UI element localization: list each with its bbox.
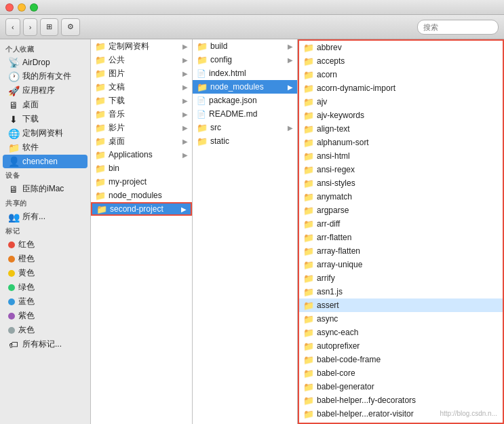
file-item[interactable]: 📁 babel-code-frame <box>299 353 503 366</box>
folder-icon: 📁 <box>303 260 314 270</box>
file-icon: 📄 <box>197 96 206 105</box>
sidebar-item-custom-network[interactable]: 🌐 定制网资料 <box>3 126 88 140</box>
file-item-zhuomian[interactable]: 📁 桌面 ▶ <box>91 134 192 148</box>
file-label: src <box>210 123 285 132</box>
file-item[interactable]: 📁 ansi-regex <box>299 163 503 176</box>
file-item-node-modules-2[interactable]: 📁 node_modules ▶ <box>193 80 297 94</box>
file-item-yinyue[interactable]: 📁 音乐 ▶ <box>91 107 192 121</box>
folder-icon: 📁 <box>197 41 208 52</box>
file-item[interactable]: 📁 async-each <box>299 326 503 339</box>
sidebar-item-label: 所有... <box>22 211 45 223</box>
file-item[interactable]: 📁 babel-generator <box>299 380 503 393</box>
file-label: assert <box>317 301 499 310</box>
file-label: package.json <box>209 96 293 105</box>
search-input[interactable] <box>417 20 499 35</box>
file-item[interactable]: 📁 ansi-html <box>299 149 503 163</box>
chevron-right-icon: ▶ <box>182 111 188 118</box>
file-item[interactable]: 📁 babel-helper...fy-decorators <box>299 393 503 407</box>
sidebar-item-tag-purple[interactable]: 紫色 <box>3 309 88 323</box>
file-item[interactable]: 📁 alphanum-sort <box>299 136 503 149</box>
sidebar-item-tag-gray[interactable]: 灰色 <box>3 323 88 337</box>
titlebar <box>0 0 504 15</box>
sidebar-item-all-tags[interactable]: 🏷 所有标记... <box>3 337 88 351</box>
close-button[interactable] <box>5 3 14 12</box>
sidebar-item-tag-green[interactable]: 绿色 <box>3 280 88 294</box>
folder-icon: 📁 <box>95 55 106 65</box>
shared-icon: 👥 <box>8 212 19 223</box>
sidebar-item-all-files[interactable]: 🕐 我的所有文件 <box>3 69 88 83</box>
folder-icon: 📁 <box>303 56 314 66</box>
file-item-yingpian[interactable]: 📁 影片 ▶ <box>91 121 192 134</box>
file-item-static[interactable]: 📁 static <box>193 134 297 148</box>
file-item-my-project[interactable]: 📁 my-project <box>91 175 192 189</box>
file-item[interactable]: 📁 ansi-styles <box>299 176 503 190</box>
file-item-second-project[interactable]: 📁 second-project ▶ <box>91 202 192 216</box>
file-item-tupian[interactable]: 📁 图片 ▶ <box>91 66 192 80</box>
file-label: abbrev <box>317 43 499 52</box>
file-item[interactable]: 📁 babel-core <box>299 366 503 380</box>
sidebar-item-downloads[interactable]: ⬇ 下载 <box>3 112 88 126</box>
file-item[interactable]: 📁 assert <box>299 298 503 312</box>
file-item-dingzhi[interactable]: 📁 定制网资料 ▶ <box>91 39 192 53</box>
sidebar-section-favorites: 个人收藏 <box>0 42 90 56</box>
view-button[interactable]: ⊞ <box>40 18 58 36</box>
file-item[interactable]: 📁 abbrev <box>299 41 503 54</box>
file-label: ansi-html <box>317 151 499 161</box>
file-item[interactable]: 📁 array-flatten <box>299 244 503 258</box>
file-label: 影片 <box>109 122 180 134</box>
sidebar-item-imac[interactable]: 🖥 臣陈的iMac <box>3 182 88 196</box>
sidebar-item-airdrop[interactable]: 📡 AirDrop <box>3 56 88 69</box>
file-item[interactable]: 📁 asn1.js <box>299 285 503 298</box>
file-item[interactable]: 📁 arr-flatten <box>299 231 503 244</box>
action-button[interactable]: ⚙ <box>61 18 80 36</box>
main-content: 个人收藏 📡 AirDrop 🕐 我的所有文件 🚀 应用程序 🖥 桌面 ⬇ 下载… <box>0 39 504 424</box>
file-item-xiazai[interactable]: 📁 下载 ▶ <box>91 94 192 107</box>
sidebar-item-all-shared[interactable]: 👥 所有... <box>3 210 88 224</box>
file-item-bin[interactable]: 📁 bin <box>91 161 192 175</box>
file-item-build[interactable]: 📁 build ▶ <box>193 39 297 53</box>
file-item-package-json[interactable]: 📄 package.json <box>193 94 297 107</box>
file-item-wengao[interactable]: 📁 文稿 ▶ <box>91 80 192 94</box>
folder-icon: 📁 <box>197 123 208 133</box>
file-item-node-modules-1[interactable]: 📁 node_modules <box>91 189 192 202</box>
sidebar-item-desktop[interactable]: 🖥 桌面 <box>3 98 88 112</box>
maximize-button[interactable] <box>30 3 38 12</box>
sidebar-item-chenchen[interactable]: 👤 chenchen <box>3 155 88 168</box>
file-item[interactable]: 📁 arrify <box>299 271 503 285</box>
sidebar-section-shared: 共享的 <box>0 196 90 210</box>
file-item[interactable]: 📁 babel-helper...erator-visitor <box>299 407 503 421</box>
sidebar-item-software[interactable]: 📁 软件 <box>3 140 88 155</box>
back-button[interactable]: ‹ <box>5 18 20 36</box>
file-item[interactable]: 📁 acorn <box>299 68 503 81</box>
file-item[interactable]: 📁 anymatch <box>299 190 503 204</box>
file-item[interactable]: 📁 align-text <box>299 122 503 136</box>
file-item-readme-md[interactable]: 📄 README.md <box>193 107 297 121</box>
file-item-config[interactable]: 📁 config ▶ <box>193 53 297 66</box>
file-item[interactable]: 📁 ajv <box>299 95 503 109</box>
sidebar-item-tag-blue[interactable]: 蓝色 <box>3 294 88 309</box>
sidebar-item-tag-orange[interactable]: 橙色 <box>3 252 88 266</box>
file-item[interactable]: 📁 accepts <box>299 54 503 68</box>
file-item[interactable]: 📁 argparse <box>299 204 503 217</box>
file-item-index-html[interactable]: 📄 index.html <box>193 66 297 80</box>
file-column-2: 📁 build ▶ 📁 config ▶ 📄 index.html 📁 node… <box>193 39 298 424</box>
applications-icon: 🚀 <box>8 85 19 96</box>
file-item[interactable]: 📁 babel-helper-call-delegat... <box>299 421 503 424</box>
file-item-applications[interactable]: 📁 Applications ▶ <box>91 148 192 161</box>
file-label: README.md <box>209 109 293 119</box>
forward-button[interactable]: › <box>23 18 38 36</box>
file-item[interactable]: 📁 ajv-keywords <box>299 109 503 122</box>
file-item[interactable]: 📁 async <box>299 312 503 326</box>
sidebar-item-tag-yellow[interactable]: 黄色 <box>3 266 88 280</box>
sidebar-item-tag-red[interactable]: 红色 <box>3 237 88 252</box>
file-item[interactable]: 📁 array-unique <box>299 258 503 271</box>
file-item[interactable]: 📁 acorn-dynamic-import <box>299 81 503 95</box>
file-item[interactable]: 📁 arr-diff <box>299 217 503 231</box>
folder-icon: 📁 <box>303 111 314 121</box>
file-item-gonggong[interactable]: 📁 公共 ▶ <box>91 53 192 66</box>
minimize-button[interactable] <box>18 3 26 12</box>
file-item-src[interactable]: 📁 src ▶ <box>193 121 297 134</box>
chevron-right-icon: ▶ <box>182 97 188 104</box>
file-item[interactable]: 📁 autoprefixer <box>299 339 503 353</box>
sidebar-item-applications[interactable]: 🚀 应用程序 <box>3 83 88 98</box>
